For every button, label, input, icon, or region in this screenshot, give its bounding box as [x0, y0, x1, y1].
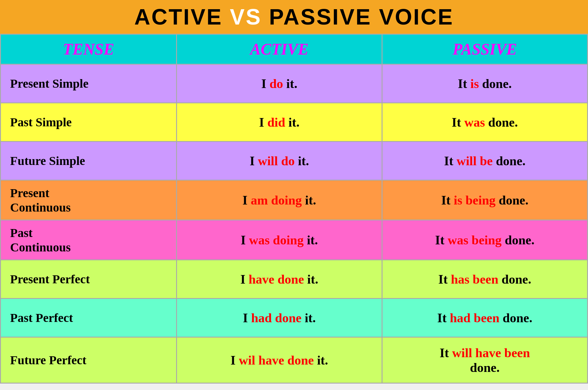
active-cell: I did it.	[177, 103, 382, 142]
active-highlight: do	[270, 77, 283, 91]
active-prefix: I	[261, 77, 270, 91]
col-header-active: ACTIVE	[177, 34, 382, 64]
passive-prefix: It	[452, 115, 464, 129]
title-vs: VS	[230, 5, 262, 29]
active-cell: I will do it.	[177, 142, 382, 180]
passive-cell: It was being done.	[382, 220, 588, 260]
active-prefix: I	[241, 233, 249, 247]
active-suffix: it.	[302, 193, 316, 207]
passive-prefix: It	[458, 77, 470, 91]
active-highlight: had done	[251, 311, 302, 325]
passive-highlight: will be	[457, 154, 493, 168]
active-prefix: I	[250, 154, 258, 168]
active-cell: I do it.	[177, 64, 382, 103]
passive-suffix: done.	[502, 233, 534, 247]
tense-cell: Present Perfect	[1, 260, 177, 299]
tense-name: Present Perfect	[10, 272, 90, 286]
tense-cell: PastContinuous	[1, 220, 177, 260]
table-row: Future PerfectI wil have done it.It will…	[1, 337, 588, 383]
title-active: ACTIVE	[134, 5, 230, 29]
active-prefix: I	[243, 311, 251, 325]
tense-cell: Future Perfect	[1, 337, 177, 383]
tense-name: Past Perfect	[10, 311, 73, 325]
passive-cell: It will have beendone.	[382, 337, 588, 383]
passive-prefix: It	[438, 272, 451, 286]
active-highlight: will do	[258, 154, 295, 168]
passive-highlight: was being	[448, 233, 502, 247]
table-row: Past PerfectI had done it.It had been do…	[1, 299, 588, 337]
tense-name: Past Simple	[10, 115, 72, 129]
page-title: ACTIVE VS PASSIVE VOICE	[134, 4, 454, 29]
tense-cell: Future Simple	[1, 142, 177, 180]
active-highlight: was doing	[249, 233, 304, 247]
passive-cell: It had been done.	[382, 299, 588, 337]
passive-suffix: done.	[493, 154, 526, 168]
table-row: PastContinuousI was doing it.It was bein…	[1, 220, 588, 260]
active-suffix: it.	[283, 77, 297, 91]
passive-cell: It is being done.	[382, 180, 588, 220]
passive-suffix: done.	[485, 115, 518, 129]
passive-highlight: will have been	[452, 346, 530, 360]
active-highlight: did	[267, 115, 285, 129]
passive-prefix: It	[441, 193, 454, 207]
passive-highlight: had been	[450, 311, 499, 325]
passive-cell: It will be done.	[382, 142, 588, 180]
title-passive: PASSIVE VOICE	[262, 5, 454, 29]
active-suffix: it.	[295, 154, 309, 168]
passive-prefix: It	[444, 154, 457, 168]
passive-suffix: done.	[498, 272, 531, 286]
tense-name: PresentContinuous	[10, 186, 71, 214]
tense-name: PastContinuous	[10, 226, 71, 254]
col-header-passive: PASSIVE	[382, 34, 588, 64]
tense-cell: Present Simple	[1, 64, 177, 103]
tense-name: Future Simple	[10, 154, 85, 168]
passive-cell: It was done.	[382, 103, 588, 142]
passive-suffix: done.	[470, 361, 500, 375]
passive-highlight: was	[464, 115, 485, 129]
active-cell: I wil have done it.	[177, 337, 382, 383]
active-highlight: have done	[249, 272, 304, 286]
passive-cell: It is done.	[382, 64, 588, 103]
passive-prefix: It	[437, 311, 450, 325]
passive-highlight: has been	[451, 272, 498, 286]
active-cell: I had done it.	[177, 299, 382, 337]
passive-suffix: done.	[479, 77, 512, 91]
passive-highlight: is being	[454, 193, 496, 207]
table-row: Present PerfectI have done it.It has bee…	[1, 260, 588, 299]
active-highlight: am doing	[251, 193, 302, 207]
passive-prefix: It	[439, 346, 452, 360]
active-cell: I am doing it.	[177, 180, 382, 220]
passive-cell: It has been done.	[382, 260, 588, 299]
active-highlight: wil have done	[239, 353, 314, 367]
table-row: Past SimpleI did it.It was done.	[1, 103, 588, 142]
col-header-tense: TENSE	[1, 34, 177, 64]
grammar-table: TENSE ACTIVE PASSIVE Present SimpleI do …	[0, 34, 588, 384]
active-prefix: I	[259, 115, 267, 129]
tense-cell: Past Simple	[1, 103, 177, 142]
active-suffix: it.	[285, 115, 300, 129]
passive-prefix: It	[435, 233, 448, 247]
passive-highlight: is	[470, 77, 479, 91]
passive-suffix: done.	[499, 311, 532, 325]
active-prefix: I	[231, 353, 239, 367]
active-cell: I was doing it.	[177, 220, 382, 260]
tense-cell: Past Perfect	[1, 299, 177, 337]
tense-name: Future Perfect	[10, 353, 86, 367]
active-suffix: it.	[301, 311, 316, 325]
table-row: Future SimpleI will do it.It will be don…	[1, 142, 588, 180]
active-prefix: I	[240, 272, 249, 286]
active-cell: I have done it.	[177, 260, 382, 299]
main-container: ACTIVE VS PASSIVE VOICE TENSE ACTIVE PAS…	[0, 0, 588, 390]
table-row: PresentContinuousI am doing it.It is bei…	[1, 180, 588, 220]
active-suffix: it.	[303, 233, 318, 247]
header: ACTIVE VS PASSIVE VOICE	[0, 0, 588, 34]
tense-cell: PresentContinuous	[1, 180, 177, 220]
active-suffix: it.	[304, 272, 318, 286]
active-suffix: it.	[314, 353, 328, 367]
column-header-row: TENSE ACTIVE PASSIVE	[1, 34, 588, 64]
passive-suffix: done.	[496, 193, 528, 207]
active-prefix: I	[243, 193, 251, 207]
tense-name: Present Simple	[10, 77, 89, 90]
table-row: Present SimpleI do it.It is done.	[1, 64, 588, 103]
